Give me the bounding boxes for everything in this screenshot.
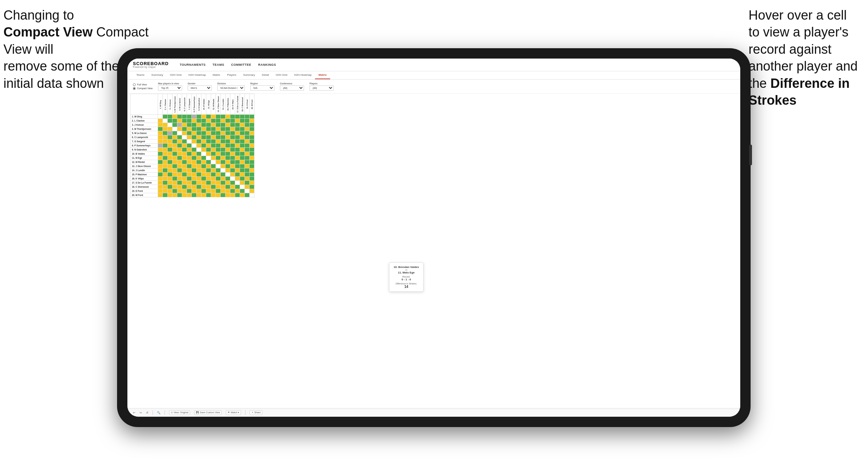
matrix-cell[interactable] xyxy=(250,144,254,148)
matrix-cell[interactable] xyxy=(172,139,177,144)
matrix-cell[interactable] xyxy=(182,177,187,181)
players-select[interactable]: (All) xyxy=(310,85,334,91)
matrix-cell[interactable] xyxy=(163,168,168,173)
matrix-cell[interactable] xyxy=(221,189,226,193)
matrix-cell[interactable] xyxy=(235,156,240,160)
view-option-compact[interactable]: Compact View xyxy=(133,87,153,90)
matrix-cell[interactable] xyxy=(206,115,211,119)
matrix-cell[interactable] xyxy=(177,181,182,185)
matrix-cell[interactable] xyxy=(245,173,250,177)
matrix-cell[interactable] xyxy=(250,177,254,181)
matrix-cell[interactable] xyxy=(250,135,254,139)
matrix-cell[interactable] xyxy=(201,139,206,144)
matrix-cell[interactable] xyxy=(172,115,177,119)
matrix-cell[interactable] xyxy=(163,139,168,144)
matrix-cell[interactable] xyxy=(226,193,230,197)
matrix-cell[interactable] xyxy=(172,144,177,148)
matrix-cell[interactable] xyxy=(211,131,216,135)
matrix-cell[interactable] xyxy=(197,177,201,181)
tab-h2h-heatmap[interactable]: H2H Heatmap xyxy=(185,71,209,79)
matrix-cell[interactable] xyxy=(172,173,177,177)
matrix-cell[interactable] xyxy=(168,156,172,160)
matrix-cell[interactable] xyxy=(192,119,197,123)
matrix-cell[interactable] xyxy=(177,164,182,168)
matrix-cell[interactable] xyxy=(245,164,250,168)
matrix-cell[interactable] xyxy=(187,193,192,197)
matrix-cell[interactable] xyxy=(168,131,172,135)
matrix-cell[interactable] xyxy=(245,168,250,173)
matrix-cell[interactable] xyxy=(197,189,201,193)
matrix-cell[interactable] xyxy=(168,152,172,156)
matrix-cell[interactable] xyxy=(206,193,211,197)
matrix-cell[interactable] xyxy=(235,148,240,152)
tab-matrix2[interactable]: Matrix xyxy=(315,71,330,79)
matrix-cell[interactable] xyxy=(172,127,177,131)
matrix-cell[interactable] xyxy=(206,189,211,193)
matrix-cell[interactable] xyxy=(211,193,216,197)
matrix-cell[interactable] xyxy=(230,185,235,189)
matrix-cell[interactable] xyxy=(216,152,221,156)
matrix-cell[interactable] xyxy=(240,193,245,197)
tab-detail[interactable]: Detail xyxy=(259,71,272,79)
matrix-cell[interactable] xyxy=(201,185,206,189)
matrix-cell[interactable] xyxy=(172,119,177,123)
matrix-cell[interactable] xyxy=(221,135,226,139)
matrix-cell[interactable] xyxy=(245,156,250,160)
matrix-cell[interactable] xyxy=(221,164,226,168)
matrix-cell[interactable] xyxy=(177,189,182,193)
matrix-cell[interactable] xyxy=(216,144,221,148)
matrix-cell[interactable] xyxy=(182,127,187,131)
matrix-cell[interactable] xyxy=(226,119,230,123)
matrix-cell[interactable] xyxy=(211,119,216,123)
matrix-cell[interactable] xyxy=(245,189,250,193)
reset-icon[interactable]: ↺ xyxy=(146,411,148,414)
matrix-cell[interactable] xyxy=(172,156,177,160)
matrix-cell[interactable] xyxy=(221,160,226,164)
matrix-cell[interactable] xyxy=(172,135,177,139)
matrix-cell[interactable] xyxy=(226,144,230,148)
matrix-cell[interactable] xyxy=(172,164,177,168)
matrix-cell[interactable] xyxy=(235,185,240,189)
matrix-cell[interactable] xyxy=(187,131,192,135)
matrix-cell[interactable] xyxy=(235,164,240,168)
max-players-select[interactable]: Top 25 xyxy=(158,85,182,91)
matrix-cell[interactable] xyxy=(211,164,216,168)
matrix-cell[interactable] xyxy=(206,177,211,181)
matrix-cell[interactable] xyxy=(192,156,197,160)
matrix-cell[interactable] xyxy=(250,152,254,156)
matrix-cell[interactable] xyxy=(177,193,182,197)
matrix-cell[interactable] xyxy=(201,135,206,139)
matrix-cell[interactable] xyxy=(158,139,163,144)
matrix-cell[interactable] xyxy=(168,177,172,181)
matrix-cell[interactable] xyxy=(221,193,226,197)
matrix-cell[interactable] xyxy=(182,144,187,148)
matrix-cell[interactable] xyxy=(250,115,254,119)
matrix-cell[interactable] xyxy=(182,189,187,193)
matrix-cell[interactable] xyxy=(187,164,192,168)
matrix-cell[interactable] xyxy=(235,115,240,119)
matrix-cell[interactable] xyxy=(187,148,192,152)
matrix-cell[interactable] xyxy=(158,177,163,181)
matrix-cell[interactable] xyxy=(226,177,230,181)
matrix-cell[interactable] xyxy=(197,156,201,160)
matrix-cell[interactable] xyxy=(235,177,240,181)
matrix-cell[interactable] xyxy=(192,173,197,177)
matrix-cell[interactable] xyxy=(168,127,172,131)
matrix-cell[interactable] xyxy=(216,177,221,181)
matrix-cell[interactable] xyxy=(201,193,206,197)
matrix-cell[interactable] xyxy=(177,135,182,139)
matrix-cell[interactable] xyxy=(250,185,254,189)
matrix-cell[interactable] xyxy=(163,135,168,139)
matrix-cell[interactable] xyxy=(187,160,192,164)
matrix-cell[interactable] xyxy=(168,173,172,177)
matrix-cell[interactable] xyxy=(226,131,230,135)
matrix-cell[interactable] xyxy=(201,156,206,160)
matrix-cell[interactable] xyxy=(187,139,192,144)
matrix-cell[interactable] xyxy=(177,177,182,181)
matrix-cell[interactable] xyxy=(201,160,206,164)
matrix-cell[interactable] xyxy=(216,193,221,197)
matrix-cell[interactable] xyxy=(192,160,197,164)
matrix-cell[interactable] xyxy=(250,173,254,177)
matrix-cell[interactable] xyxy=(158,135,163,139)
matrix-cell[interactable] xyxy=(245,119,250,123)
